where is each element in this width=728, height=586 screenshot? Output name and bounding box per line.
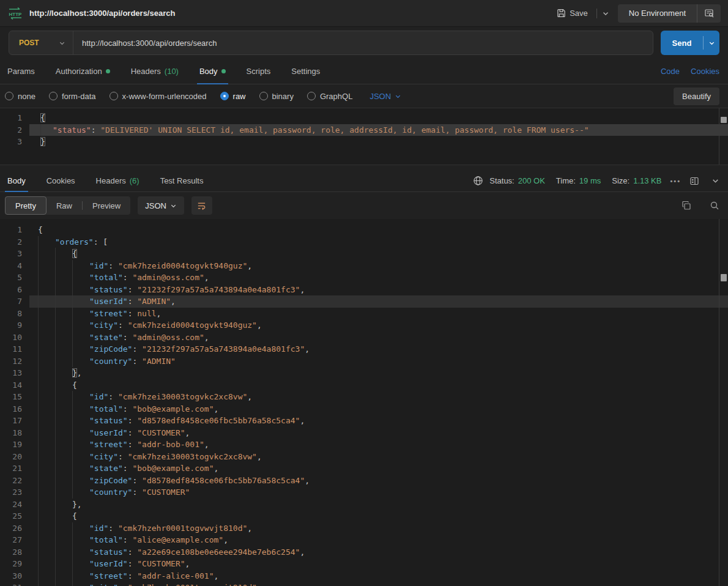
send-button[interactable]: Send [661, 31, 719, 55]
tab-headers[interactable]: Headers (10) [128, 59, 181, 84]
tab-scripts[interactable]: Scripts [244, 59, 273, 84]
indent-guide [72, 558, 89, 570]
line-number: 18 [0, 427, 29, 439]
beautify-button[interactable]: Beautify [674, 87, 719, 105]
view-preview[interactable]: Preview [83, 196, 130, 215]
indent-guide [72, 355, 89, 368]
indent-guide [38, 272, 55, 284]
indent-guide [55, 272, 72, 284]
indent-guide [72, 332, 89, 344]
indent-guide [38, 499, 55, 511]
line-number: 16 [0, 403, 29, 415]
indent-guide [38, 558, 55, 570]
response-line: 22"zipCode": "d8578edf8458ce06fbc5bb76a5… [0, 475, 728, 487]
response-line: 6"status": "21232f297a57a5a743894a0e4a80… [0, 284, 728, 296]
copy-response-icon[interactable] [682, 201, 691, 210]
radio-binary[interactable]: binary [259, 92, 294, 101]
indent-guide [55, 415, 72, 427]
indent-guide [72, 272, 89, 284]
tab-settings[interactable]: Settings [289, 59, 322, 84]
response-line: 27"total": "alice@example.com", [0, 534, 728, 546]
cookies-link[interactable]: Cookies [691, 59, 719, 84]
indent-guide [72, 451, 89, 463]
indent-guide [55, 439, 72, 451]
response-headers-count: (6) [130, 176, 139, 185]
time-value: 19 ms [579, 176, 601, 185]
response-line: 1{ [0, 224, 728, 236]
line-number: 24 [0, 499, 29, 511]
line-number: 26 [0, 522, 29, 535]
environment-quick-look-icon[interactable] [697, 4, 721, 23]
indent-guide [72, 546, 89, 558]
line-number: 7 [0, 295, 29, 308]
radio-x-www-form-urlencoded[interactable]: x-www-form-urlencoded [110, 92, 207, 101]
radio-form-data[interactable]: form-data [49, 92, 96, 101]
indent-guide [38, 546, 55, 558]
http-method-icon: HTTP [7, 7, 23, 20]
indent-guide [55, 534, 72, 546]
response-scrollbar[interactable] [719, 219, 728, 586]
save-button[interactable]: Save [553, 6, 592, 20]
indent-guide [55, 558, 72, 570]
radio-raw[interactable]: raw [220, 92, 246, 101]
indent-guide [55, 510, 72, 522]
indent-guide [55, 332, 72, 344]
environment-selector[interactable]: No Environment [618, 4, 721, 23]
response-tab-headers[interactable]: Headers (6) [94, 170, 142, 191]
response-tab-body[interactable]: Body [5, 170, 28, 191]
indent-guide [72, 260, 89, 272]
indent-guide [55, 355, 72, 368]
line-number: 8 [0, 308, 29, 320]
wrap-lines-button[interactable] [191, 196, 212, 215]
method-select[interactable]: POST [9, 31, 73, 54]
environment-label[interactable]: No Environment [618, 9, 697, 18]
save-options-chevron-icon[interactable] [602, 10, 609, 17]
indent-guide [72, 403, 89, 415]
response-tab-cookies[interactable]: Cookies [44, 170, 78, 191]
view-pretty[interactable]: Pretty [5, 196, 46, 215]
response-body-viewer[interactable]: 1{2"orders": [3{4"id": "cmk7hzeid0004tog… [0, 219, 728, 586]
response-line: 7"userId": "ADMIN", [0, 295, 728, 308]
tab-params[interactable]: Params [5, 59, 37, 84]
code-link[interactable]: Code [661, 59, 680, 84]
line-number: 19 [0, 439, 29, 451]
chevron-down-icon [170, 202, 177, 209]
tab-body[interactable]: Body [197, 59, 228, 84]
indent-guide [55, 260, 72, 272]
indent-guide [38, 462, 55, 475]
tab-authorization[interactable]: Authorization [53, 59, 113, 84]
line-number: 22 [0, 475, 29, 487]
view-raw[interactable]: Raw [46, 196, 82, 215]
save-icon [557, 9, 566, 18]
collapse-response-chevron-icon[interactable] [711, 177, 719, 185]
search-response-icon[interactable] [710, 201, 719, 210]
response-actions-icon[interactable]: ••• [670, 177, 681, 185]
response-line: 9"city": "cmk7hzeid0004togvkt940guz", [0, 319, 728, 332]
send-options-chevron-icon[interactable] [704, 40, 719, 46]
response-tab-test-results[interactable]: Test Results [158, 170, 206, 191]
radio-graphql[interactable]: GraphQL [307, 92, 352, 101]
indent-guide [55, 486, 72, 499]
radio-none[interactable]: none [5, 92, 35, 101]
indent-guide [38, 486, 55, 499]
dock-panel-icon[interactable] [689, 176, 699, 186]
indent-guide [72, 391, 89, 403]
indent-guide [72, 343, 89, 355]
response-line: 26"id": "cmk7hzehr0001togvwvjt810d", [0, 522, 728, 535]
request-editor-scrollbar[interactable] [719, 108, 728, 165]
response-line: 12"country": "ADMIN" [0, 355, 728, 368]
response-line: 30"street": "addr-alice-001", [0, 570, 728, 582]
indent-guide [38, 439, 55, 451]
response-language-select[interactable]: JSON [138, 196, 184, 215]
raw-language-select[interactable]: JSON [370, 92, 401, 101]
request-editor-line: 1{ [0, 112, 728, 124]
scrollbar-thumb[interactable] [721, 274, 727, 281]
request-body-editor[interactable]: 1{2"status": "DELIVERED' UNION SELECT id… [0, 108, 728, 165]
line-number: 25 [0, 510, 29, 522]
scrollbar-thumb[interactable] [721, 117, 727, 123]
url-input[interactable]: http://localhost:3000/api/orders/search [73, 39, 653, 48]
indent-guide [72, 570, 89, 582]
response-line: 18"userId": "CUSTOMER", [0, 427, 728, 439]
indent-guide [38, 582, 55, 586]
response-line: 11"zipCode": "21232f297a57a5a743894a0e4a… [0, 343, 728, 355]
